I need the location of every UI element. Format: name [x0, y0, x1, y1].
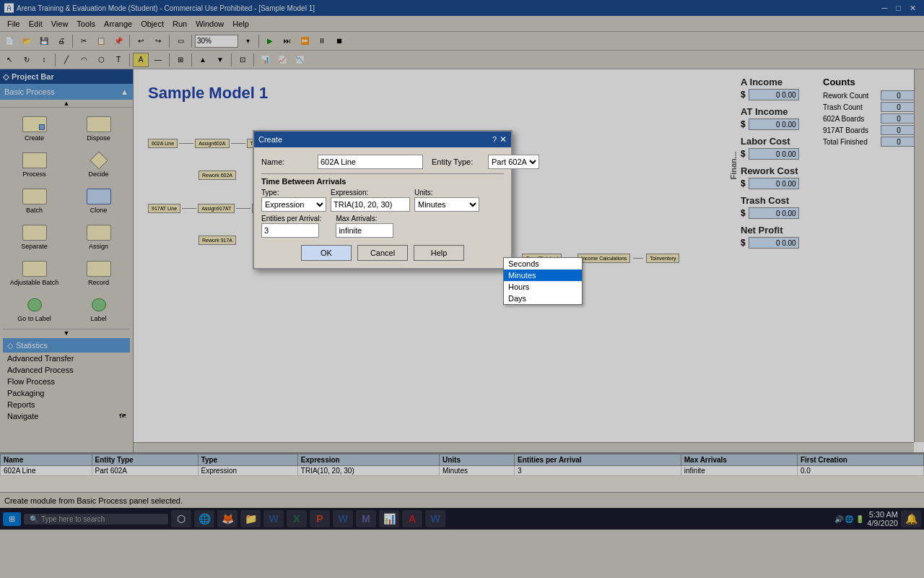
dialog-entity-label: Entity Type:: [432, 158, 482, 166]
max-label: Max Arrivals:: [336, 215, 393, 223]
dialog-ok-button[interactable]: OK: [301, 245, 352, 261]
dialog-type-select[interactable]: Expression: [261, 197, 326, 212]
dd-item-days[interactable]: Days: [504, 293, 582, 304]
epa-label: Entities per Arrival:: [261, 215, 321, 223]
dialog-tba-row: Type: Expression Expression: Units: Minu…: [261, 189, 504, 212]
dialog-name-input[interactable]: [318, 155, 423, 169]
dialog-help-button[interactable]: Help: [414, 245, 464, 261]
dd-item-hours[interactable]: Hours: [504, 281, 582, 293]
expression-group: Expression:: [331, 189, 410, 212]
dialog-epa-row: Entities per Arrival: Max Arrivals:: [261, 215, 504, 238]
dialog-buttons: OK Cancel Help: [261, 245, 504, 261]
dialog-title-text: Create: [258, 135, 282, 144]
dialog-body: Name: Entity Type: Part 602A Time Betwee…: [254, 147, 511, 268]
units-label: Units:: [414, 189, 479, 197]
dialog-help-btn[interactable]: ?: [492, 134, 497, 144]
dialog-units-select[interactable]: Minutes Seconds Hours Days: [414, 197, 479, 212]
dialog-cancel-button[interactable]: Cancel: [357, 245, 408, 261]
type-group: Type: Expression: [261, 189, 326, 212]
dialog-close-button[interactable]: ✕: [500, 134, 507, 144]
dialog-overlay: [0, 0, 924, 578]
type-label: Type:: [261, 189, 326, 197]
units-group: Units: Minutes Seconds Hours Days: [414, 189, 479, 212]
dialog-name-label: Name:: [261, 158, 312, 166]
dd-item-seconds[interactable]: Seconds: [504, 258, 582, 269]
dialog-tba-label: Time Between Arrivals: [261, 173, 504, 186]
dialog-max-input[interactable]: [336, 223, 393, 238]
dialog-epa-input[interactable]: [261, 223, 319, 238]
dialog-expression-input[interactable]: [331, 197, 410, 212]
units-dropdown-popup: Seconds Minutes Hours Days: [503, 257, 583, 305]
dialog-name-row: Name: Entity Type: Part 602A: [261, 155, 504, 169]
dialog-title-controls: ? ✕: [492, 134, 507, 144]
max-group: Max Arrivals:: [336, 215, 393, 238]
epa-group: Entities per Arrival:: [261, 215, 321, 238]
create-dialog: Create ? ✕ Name: Entity Type: Part 602A …: [253, 130, 513, 269]
dd-item-minutes[interactable]: Minutes: [504, 269, 582, 281]
dialog-title-bar: Create ? ✕: [254, 131, 511, 147]
expression-label: Expression:: [331, 189, 410, 197]
dialog-entity-type-select[interactable]: Part 602A: [488, 155, 539, 169]
